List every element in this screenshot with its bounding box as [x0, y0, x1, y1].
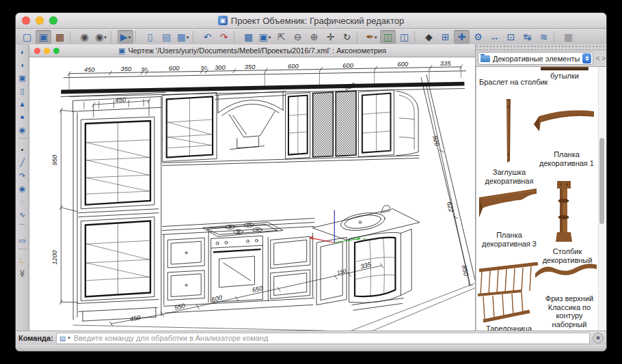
scrollbar-thumb[interactable] [599, 138, 604, 224]
doc-zoom-button[interactable] [53, 48, 59, 54]
document-icon: ▣ [118, 46, 125, 55]
width-button[interactable]: ↔ [487, 30, 502, 44]
dropdown-caret-icon: ▾ [104, 35, 107, 40]
app-window: ▣ Проект Объемник: Графический редактор … [15, 12, 607, 352]
dim-label: 600 [397, 60, 408, 68]
list-item[interactable]: Планка декоративная 3 [479, 231, 539, 248]
decor-thumb-post[interactable] [501, 98, 516, 165]
list-item[interactable]: Фриз верхний Классика по контуру наборны… [538, 294, 601, 329]
viewports-button[interactable]: ▦ [241, 30, 256, 44]
list-item[interactable]: Тарелочница [486, 324, 541, 331]
wireframe-view-button[interactable]: ▢ [19, 30, 35, 44]
window-titlebar: ▣ Проект Объемник: Графический редактор [16, 13, 606, 29]
list-item[interactable]: Браслет на столбик [479, 78, 563, 87]
tool-arc-tangent[interactable]: ↷ [16, 170, 28, 181]
next-category-button[interactable]: > [601, 55, 606, 62]
tool-circle[interactable]: ◉ [16, 183, 28, 194]
tool-line[interactable]: ╱ [16, 157, 28, 168]
command-label: Команда: [18, 334, 53, 342]
window-bottom-edge [16, 345, 606, 352]
zoom-out-button[interactable]: ⊖ [290, 30, 306, 44]
table-button[interactable]: ⊞ [437, 30, 453, 44]
tool-box[interactable]: ▯ [16, 85, 28, 96]
decor-thumb-wavy-frieze[interactable] [535, 260, 598, 281]
dark-cabinet-button[interactable]: ◆ [421, 30, 437, 44]
tool-sphere[interactable]: ● [16, 111, 28, 122]
kitchen-drawing: 450 350 50 600 50 300 350 600 600 600 33… [29, 57, 475, 331]
minimize-button[interactable] [36, 16, 44, 25]
new-document-button[interactable]: ▯ [142, 30, 158, 44]
window-title: Проект Объемник: Графический редактор [231, 16, 404, 26]
toolbar-separator [193, 31, 197, 42]
select-stepper-icon[interactable] [582, 53, 591, 64]
zoom-extents-button[interactable]: ⇱ [273, 30, 289, 44]
render-camera-button[interactable]: ◉ [77, 30, 92, 44]
drawing-canvas[interactable]: 450 350 50 600 50 300 350 600 600 600 33… [29, 57, 475, 331]
measure-chain-button[interactable]: ≋ [536, 30, 552, 44]
close-button[interactable] [22, 16, 30, 25]
zoom-in-button[interactable]: ⊕ [306, 30, 322, 44]
tool-extrude[interactable]: ◗ [16, 46, 28, 57]
dropdown-caret-icon: ▾ [129, 35, 131, 40]
list-item[interactable]: Планка декоративная 1 [538, 150, 595, 167]
command-input[interactable] [72, 333, 586, 343]
tool-cone[interactable]: ▲ [16, 98, 28, 109]
tool-revolve[interactable]: ◉ [16, 124, 28, 135]
dimension-labels: 450 350 50 600 50 300 350 600 600 600 33… [51, 59, 470, 322]
add-element-button[interactable]: ✚ [454, 30, 470, 44]
copy-page-button[interactable]: ⊡ [503, 30, 519, 44]
pan-button[interactable]: ✛ [323, 30, 338, 44]
open-document-button[interactable]: ▤ [159, 30, 174, 44]
dim-label: 350 [245, 63, 256, 70]
cabinet-photo-button[interactable]: ◫ [396, 30, 412, 44]
save-button[interactable]: ▦▾ [175, 30, 191, 44]
command-dropdown-icon[interactable]: ▾ [68, 335, 70, 341]
panel-scrollbar[interactable] [598, 67, 606, 331]
orbit-button[interactable]: ↻ [339, 30, 355, 44]
zoom-button[interactable] [49, 16, 57, 25]
document-window: ▣ Чертеж '/Users/yuriy/Documents/Mebel/П… [29, 44, 476, 331]
collapse-toolbar[interactable]: ≫ [16, 268, 28, 279]
left-toolbar: ◗◖▣▯▲●◉•╱↷◉◌∿⌒▭∟≫ [16, 44, 29, 331]
dim-label: 50 [201, 65, 207, 71]
tool-rectangle[interactable]: ▭ [16, 235, 28, 246]
tool-spline[interactable]: ∿ [16, 209, 28, 220]
panel-drag-handle[interactable] [476, 44, 606, 51]
gear-icon[interactable]: ✱ [593, 333, 604, 344]
decor-thumb-bracket-plank[interactable] [478, 187, 539, 220]
dimension-button[interactable]: ↹ [519, 30, 535, 44]
dim-label: 950 [51, 154, 58, 165]
edit-tool-button[interactable]: ⚙ [470, 30, 486, 44]
layers-button[interactable]: ▣▾ [257, 30, 273, 44]
tool-ellipse[interactable]: ◌ [16, 196, 28, 207]
doc-close-button[interactable] [34, 48, 40, 54]
list-item[interactable]: Заглушка декоративная [481, 168, 538, 185]
dim-label: 450 [115, 96, 126, 104]
decor-list: бутылки Браслет на столбик Заглушка деко… [476, 67, 606, 331]
decor-thumb-partial[interactable] [541, 67, 589, 70]
undo-button[interactable]: ↶ [200, 30, 215, 44]
folder-icon [481, 55, 490, 62]
tool-arc[interactable]: ⌒ [16, 222, 28, 233]
redo-button[interactable]: ↷ [216, 30, 232, 44]
dim-label: 600 [288, 62, 299, 70]
render-options-button[interactable]: ◉▾ [93, 30, 109, 44]
shaded-view-button[interactable]: ▣ [36, 30, 51, 44]
run-tool-button[interactable]: ▶▾ [118, 30, 133, 44]
prev-category-button[interactable]: < [595, 55, 599, 62]
tool-loft[interactable]: ◖ [16, 59, 28, 70]
textured-view-button[interactable]: ▩ [52, 30, 68, 44]
cabinet-editor-button[interactable]: ◫ [380, 30, 396, 44]
category-select[interactable]: Декоративные элементы [478, 52, 593, 65]
export-disabled-button[interactable]: ▦ [560, 30, 576, 44]
tool-axes[interactable]: ∟ [16, 255, 28, 266]
tool-point[interactable]: • [16, 144, 28, 155]
command-history-icon[interactable]: ▤ [59, 335, 66, 342]
paint-materials-button[interactable]: ✒▾ [364, 30, 379, 44]
doc-minimize-button[interactable] [44, 48, 50, 54]
decor-thumb-curved-plank[interactable] [532, 107, 597, 138]
decor-thumb-plate-rack[interactable] [476, 262, 541, 325]
tool-cube[interactable]: ▣ [16, 72, 28, 83]
decor-thumb-column[interactable] [553, 180, 575, 244]
dim-label: 335 [360, 260, 372, 270]
